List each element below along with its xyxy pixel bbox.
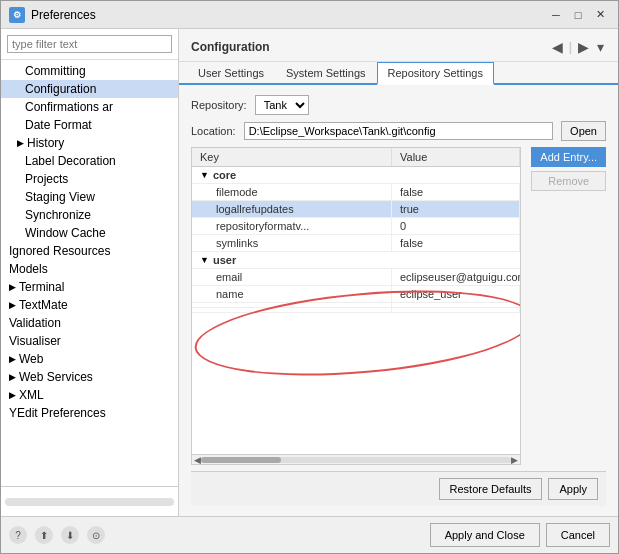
import-icon[interactable]: ⬆ (35, 526, 53, 544)
maximize-button[interactable]: □ (568, 5, 588, 25)
footer-buttons: Apply and Close Cancel (430, 523, 610, 547)
help-icon[interactable]: ? (9, 526, 27, 544)
location-input[interactable] (244, 122, 553, 140)
core-group-row[interactable]: ▼ core (192, 167, 520, 184)
repository-select[interactable]: Tank (255, 95, 309, 115)
sidebar-scrollbar[interactable] (5, 498, 174, 506)
sidebar-item-ignored-resources[interactable]: Ignored Resources (1, 242, 178, 260)
sidebar-item-staging-view[interactable]: Staging View (1, 188, 178, 206)
add-entry-button[interactable]: Add Entry... (531, 147, 606, 167)
nav-separator: | (569, 40, 572, 54)
scroll-right-arrow[interactable]: ▶ (511, 455, 518, 465)
scroll-thumb[interactable] (201, 457, 281, 463)
filter-box (1, 29, 178, 60)
sidebar-item-synchronize[interactable]: Synchronize (1, 206, 178, 224)
history-arrow-icon: ▶ (17, 138, 24, 148)
user-group-row[interactable]: ▼ user (192, 252, 520, 269)
table-row[interactable]: logallrefupdates true (192, 201, 520, 218)
table-horizontal-scrollbar[interactable]: ◀ ▶ (192, 454, 520, 464)
table-row[interactable]: repositoryformatv... 0 (192, 218, 520, 235)
scroll-track (201, 457, 511, 463)
config-table: Key Value ▼ core filemode false (191, 147, 521, 465)
key-column-header: Key (192, 148, 392, 166)
export-icon[interactable]: ⬇ (61, 526, 79, 544)
sidebar-item-date-format[interactable]: Date Format (1, 116, 178, 134)
key-cell: symlinks (192, 235, 392, 251)
sidebar-item-label-decoration[interactable]: Label Decoration (1, 152, 178, 170)
sidebar-item-xml[interactable]: ▶XML (1, 386, 178, 404)
table-row[interactable]: filemode false (192, 184, 520, 201)
title-bar: ⚙ Preferences ─ □ ✕ (1, 1, 618, 29)
value-cell: eclipse_user (392, 286, 520, 302)
sidebar-item-window-cache[interactable]: Window Cache (1, 224, 178, 242)
sidebar-item-terminal[interactable]: ▶Terminal (1, 278, 178, 296)
sidebar-item-configuration[interactable]: Configuration (1, 80, 178, 98)
empty-cell (192, 308, 392, 312)
sidebar-item-models[interactable]: Models (1, 260, 178, 278)
apply-and-close-button[interactable]: Apply and Close (430, 523, 540, 547)
restore-defaults-button[interactable]: Restore Defaults (439, 478, 543, 500)
sidebar-item-web-services[interactable]: ▶Web Services (1, 368, 178, 386)
table-header: Key Value (192, 148, 520, 167)
nav-back-button[interactable]: ◀ (550, 37, 565, 57)
sidebar: Committing Configuration Confirmations a… (1, 29, 179, 516)
right-panel: Configuration ◀ | ▶ ▾ User Settings Syst… (179, 29, 618, 516)
panel-title: Configuration (191, 40, 270, 54)
empty-cell (392, 308, 520, 312)
open-button[interactable]: Open (561, 121, 606, 141)
filter-input[interactable] (7, 35, 172, 53)
window-icon: ⚙ (9, 7, 25, 23)
table-action-buttons: Add Entry... Remove (527, 147, 606, 465)
restore-apply-bar: Restore Defaults Apply (191, 471, 606, 506)
sidebar-item-validation[interactable]: Validation (1, 314, 178, 332)
title-bar-controls: ─ □ ✕ (546, 5, 610, 25)
minimize-button[interactable]: ─ (546, 5, 566, 25)
key-cell: filemode (192, 184, 392, 200)
remove-button[interactable]: Remove (531, 171, 606, 191)
key-cell: logallrefupdates (192, 201, 392, 217)
user-expand-icon: ▼ (200, 255, 209, 265)
scroll-left-arrow[interactable]: ◀ (194, 455, 201, 465)
key-cell: repositoryformatv... (192, 218, 392, 234)
sidebar-bottom (1, 486, 178, 516)
cancel-button[interactable]: Cancel (546, 523, 610, 547)
tabs-bar: User Settings System Settings Repository… (179, 62, 618, 85)
nav-forward-button[interactable]: ▶ (576, 37, 591, 57)
table-row[interactable]: name eclipse_user (192, 286, 520, 303)
location-row: Location: Open (191, 121, 606, 141)
value-cell: 0 (392, 218, 520, 234)
nav-menu-button[interactable]: ▾ (595, 37, 606, 57)
sidebar-item-projects[interactable]: Projects (1, 170, 178, 188)
table-row (192, 308, 520, 313)
preferences-window: ⚙ Preferences ─ □ ✕ Committing Configura… (0, 0, 619, 554)
footer-icons: ? ⬆ ⬇ ⊙ (9, 526, 105, 544)
empty-cell (192, 303, 392, 307)
table-row[interactable]: symlinks false (192, 235, 520, 252)
value-cell: eclipseuser@atguigu.com (392, 269, 520, 285)
web-arrow-icon: ▶ (9, 354, 16, 364)
repository-label: Repository: (191, 99, 247, 111)
sidebar-item-web[interactable]: ▶Web (1, 350, 178, 368)
user-group-label: user (213, 254, 236, 266)
value-cell: false (392, 184, 520, 200)
sidebar-item-history[interactable]: ▶History (1, 134, 178, 152)
sidebar-item-visualiser[interactable]: Visualiser (1, 332, 178, 350)
textmate-arrow-icon: ▶ (9, 300, 16, 310)
sidebar-item-committing[interactable]: Committing (1, 62, 178, 80)
settings-icon[interactable]: ⊙ (87, 526, 105, 544)
location-label: Location: (191, 125, 236, 137)
sidebar-item-yedit[interactable]: YEdit Preferences (1, 404, 178, 422)
tree-area: Committing Configuration Confirmations a… (1, 60, 178, 486)
empty-cell (392, 303, 520, 307)
tab-user-settings[interactable]: User Settings (187, 62, 275, 85)
table-row[interactable]: email eclipseuser@atguigu.com (192, 269, 520, 286)
sidebar-item-confirmations[interactable]: Confirmations ar (1, 98, 178, 116)
close-button[interactable]: ✕ (590, 5, 610, 25)
sidebar-item-textmate[interactable]: ▶TextMate (1, 296, 178, 314)
value-cell: true (392, 201, 520, 217)
apply-button[interactable]: Apply (548, 478, 598, 500)
value-column-header: Value (392, 148, 520, 166)
tab-system-settings[interactable]: System Settings (275, 62, 376, 85)
tab-repository-settings[interactable]: Repository Settings (377, 62, 494, 85)
terminal-arrow-icon: ▶ (9, 282, 16, 292)
